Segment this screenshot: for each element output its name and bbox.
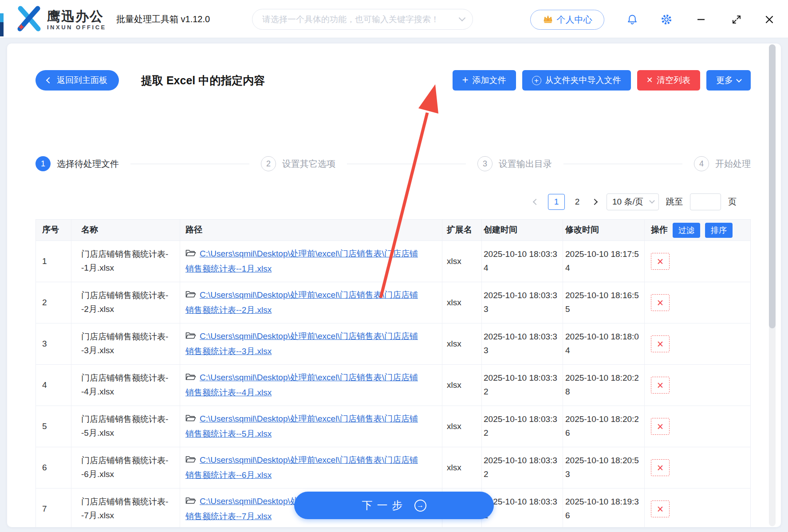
created-time: 2025-10-10 18:03:33 xyxy=(482,323,563,364)
import-from-folder-button[interactable]: + 从文件夹中导入文件 xyxy=(522,70,631,91)
folder-icon xyxy=(185,496,196,510)
app-brand: 鹰迅办公 INXUN OFFICE xyxy=(15,5,106,34)
row-index: 3 xyxy=(36,323,71,364)
table-row: 1 门店店铺销售额统计表--1月.xlsx C:\Users\sqmil\Des… xyxy=(36,241,750,282)
add-file-button[interactable]: + 添加文件 xyxy=(453,70,516,91)
created-time: 2025-10-10 18:03:32 xyxy=(482,406,563,447)
toolbar-actions: + 添加文件 + 从文件夹中导入文件 × 清空列表 更多 xyxy=(453,70,751,91)
main-panel: 返回到主面板 提取 Excel 中的指定内容 + 添加文件 + 从文件夹中导入文… xyxy=(7,43,781,527)
step-number: 3 xyxy=(477,156,492,171)
row-actions: × xyxy=(645,447,750,488)
file-path-link[interactable]: C:\Users\sqmil\Desktop\处理前\excel\门店销售表\门… xyxy=(185,331,418,356)
created-time: 2025-10-10 18:03:32 xyxy=(482,447,563,488)
file-ext: xlsx xyxy=(442,447,482,488)
remove-file-button[interactable]: × xyxy=(651,335,670,352)
minimize-icon[interactable] xyxy=(695,13,707,26)
table-row: 3 门店店铺销售额统计表--3月.xlsx C:\Users\sqmil\Des… xyxy=(36,323,750,365)
chevron-down-icon[interactable] xyxy=(459,15,466,22)
folder-icon xyxy=(185,372,196,386)
file-name: 门店店铺销售额统计表--5月.xlsx xyxy=(71,406,180,447)
chevron-left-icon xyxy=(533,199,539,205)
table-row: 6 门店店铺销售额统计表--6月.xlsx C:\Users\sqmil\Des… xyxy=(36,447,750,489)
modified-time: 2025-10-10 18:17:54 xyxy=(563,241,645,282)
modified-time: 2025-10-10 18:20:53 xyxy=(563,447,645,488)
vertical-scrollbar[interactable] xyxy=(769,44,776,526)
notification-bell-icon[interactable] xyxy=(626,13,638,26)
file-ext: xlsx xyxy=(442,282,482,323)
step-label: 设置输出目录 xyxy=(499,158,552,170)
back-to-dashboard-button[interactable]: 返回到主面板 xyxy=(35,70,119,91)
user-center-label: 个人中心 xyxy=(557,14,592,26)
file-path-link[interactable]: C:\Users\sqmil\Desktop\处理前\excel\门店销售表\门… xyxy=(185,455,418,480)
table-header-row: 序号 名称 路径 扩展名 创建时间 修改时间 操作 过滤 排序 xyxy=(36,220,750,241)
remove-file-button[interactable]: × xyxy=(651,253,670,270)
close-icon[interactable] xyxy=(763,13,776,26)
brand-subtitle: INXUN OFFICE xyxy=(47,24,106,31)
header-name: 名称 xyxy=(71,220,180,240)
next-step-button[interactable]: 下一步 → xyxy=(294,492,494,519)
page-button-1[interactable]: 1 xyxy=(548,194,565,210)
function-search-select[interactable] xyxy=(252,9,473,30)
header-ext: 扩展名 xyxy=(442,220,482,240)
remove-file-button[interactable]: × xyxy=(651,294,670,311)
settings-gear-icon[interactable] xyxy=(660,13,673,26)
remove-file-button[interactable]: × xyxy=(651,377,670,394)
row-index: 7 xyxy=(36,489,71,527)
scrollbar-thumb[interactable] xyxy=(769,44,776,328)
page-size-select[interactable]: 10 条/页 xyxy=(607,193,659,210)
row-index: 6 xyxy=(36,447,71,488)
chevron-left-icon xyxy=(46,77,52,83)
prev-page-button[interactable] xyxy=(531,194,541,210)
step-number: 4 xyxy=(694,156,709,171)
row-actions: × xyxy=(645,406,750,447)
file-table: 序号 名称 路径 扩展名 创建时间 修改时间 操作 过滤 排序 1 门店店铺销售… xyxy=(35,219,751,527)
file-path-link[interactable]: C:\Users\sqmil\Desktop\处理前\excel\门店销售表\门… xyxy=(185,373,418,397)
row-index: 4 xyxy=(36,365,71,406)
chevron-down-icon xyxy=(736,77,742,83)
file-path-link[interactable]: C:\Users\sqmil\Desktop\处理前\excel\门店销售表\门… xyxy=(185,290,418,315)
table-body: 1 门店店铺销售额统计表--1月.xlsx C:\Users\sqmil\Des… xyxy=(36,241,750,527)
file-ext: xlsx xyxy=(442,241,482,282)
file-path-cell: C:\Users\sqmil\Desktop\处理前\excel\门店销售表\门… xyxy=(180,241,442,282)
step-connector xyxy=(130,164,249,164)
next-page-button[interactable] xyxy=(590,194,599,210)
maximize-icon[interactable] xyxy=(730,13,743,26)
next-step-label: 下一步 xyxy=(362,498,407,512)
remove-file-button[interactable]: × xyxy=(651,418,670,435)
search-input[interactable] xyxy=(262,15,460,24)
file-path-link[interactable]: C:\Users\sqmil\Desktop\处理前\excel\门店销售表\门… xyxy=(185,414,418,438)
app-logo-icon xyxy=(15,5,43,34)
jump-to-page-input[interactable] xyxy=(690,193,721,210)
row-actions: × xyxy=(645,282,750,323)
clear-list-button[interactable]: × 清空列表 xyxy=(637,70,700,91)
step-label: 开始处理 xyxy=(715,158,751,170)
sort-button[interactable]: 排序 xyxy=(705,223,733,238)
window-edge-accent xyxy=(0,13,4,23)
table-row: 5 门店店铺销售额统计表--5月.xlsx C:\Users\sqmil\Des… xyxy=(36,406,750,447)
remove-file-button[interactable]: × xyxy=(651,459,670,476)
file-path-link[interactable]: C:\Users\sqmil\Desktop\处理前\excel\门店销售表\门… xyxy=(185,249,418,273)
page-button-2[interactable]: 2 xyxy=(572,197,583,207)
crown-icon xyxy=(543,14,553,26)
modified-time: 2025-10-10 18:16:55 xyxy=(563,282,645,323)
file-name: 门店店铺销售额统计表--4月.xlsx xyxy=(71,365,180,406)
jump-to-label: 跳至 xyxy=(666,196,683,208)
file-ext: xlsx xyxy=(442,406,482,447)
table-row: 4 门店店铺销售额统计表--4月.xlsx C:\Users\sqmil\Des… xyxy=(36,365,750,406)
step-4-start: 4 开始处理 xyxy=(694,156,751,171)
chevron-right-icon xyxy=(591,199,598,205)
file-name: 门店店铺销售额统计表--3月.xlsx xyxy=(71,323,180,364)
x-icon: × xyxy=(647,75,653,85)
circle-arrow-right-icon: → xyxy=(414,500,426,512)
more-button[interactable]: 更多 xyxy=(706,70,751,91)
filter-button[interactable]: 过滤 xyxy=(673,223,700,238)
page-title: 提取 Excel 中的指定内容 xyxy=(141,70,265,91)
remove-file-button[interactable]: × xyxy=(651,500,670,517)
step-2-options: 2 设置其它选项 xyxy=(261,156,335,171)
header-action: 操作 过滤 排序 xyxy=(645,220,750,240)
plus-icon: + xyxy=(462,75,469,85)
file-path-cell: C:\Users\sqmil\Desktop\处理前\excel\门店销售表\门… xyxy=(180,406,442,447)
modified-time: 2025-10-10 18:20:28 xyxy=(563,365,645,406)
file-ext: xlsx xyxy=(442,365,482,406)
user-center-button[interactable]: 个人中心 xyxy=(530,10,604,30)
